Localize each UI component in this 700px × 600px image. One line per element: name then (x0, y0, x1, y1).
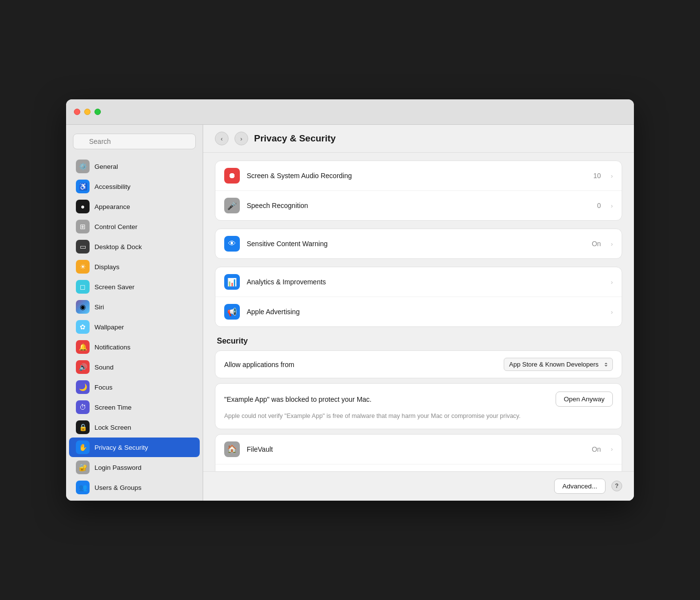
sidebar-icon-screen-saver: ◻ (76, 280, 90, 294)
sidebar-label-screen-saver: Screen Saver (94, 283, 135, 291)
open-anyway-button[interactable]: Open Anyway (556, 392, 613, 407)
sidebar-icon-lock-screen: 🔒 (76, 420, 90, 434)
sidebar-item-focus[interactable]: 🌙Focus (69, 377, 200, 397)
sidebar-item-control-center[interactable]: ⊞Control Center (69, 217, 200, 236)
sidebar-icon-wallpaper: ✿ (76, 320, 90, 334)
sidebar-icon-users-groups: 👥 (76, 481, 90, 494)
sidebar-icon-login-password: 🔐 (76, 461, 90, 474)
sidebar-icon-control-center: ⊞ (76, 220, 90, 233)
content-area: 🔍 ⚙️General♿Accessibility●Appearance⊞Con… (66, 125, 634, 501)
sidebar-label-users-groups: Users & Groups (94, 484, 141, 491)
sidebar-label-login-password: Login Password (94, 464, 141, 471)
analytics-row[interactable]: 📊 Analytics & Improvements › (215, 267, 622, 297)
advertising-row[interactable]: 📢 Apple Advertising › (215, 297, 622, 326)
analytics-icon: 📊 (224, 274, 240, 290)
sidebar: 🔍 ⚙️General♿Accessibility●Appearance⊞Con… (66, 125, 203, 501)
analytics-advertising-card: 📊 Analytics & Improvements › 📢 Apple Adv… (215, 267, 622, 327)
filevault-row[interactable]: 🏠 FileVault On › (215, 435, 622, 464)
sidebar-item-displays[interactable]: ☀Displays (69, 257, 200, 277)
sidebar-item-general[interactable]: ⚙️General (69, 157, 200, 176)
blocked-app-card: "Example App" was blocked to protect you… (215, 383, 622, 429)
sidebar-icon-privacy-security: ✋ (76, 440, 90, 454)
screen-audio-label: Screen & System Audio Recording (247, 172, 586, 180)
sidebar-icon-desktop-dock: ▭ (76, 240, 90, 254)
sidebar-item-desktop-dock[interactable]: ▭Desktop & Dock (69, 237, 200, 256)
allow-apps-select[interactable]: App Store & Known Developers (504, 358, 613, 371)
blocked-app-message: "Example App" was blocked to protect you… (224, 395, 556, 403)
security-heading: Security (215, 337, 622, 346)
search-wrapper: 🔍 (73, 134, 196, 149)
sidebar-icon-notifications: 🔔 (76, 340, 90, 354)
screen-audio-icon: ⏺ (224, 168, 240, 184)
analytics-chevron: › (611, 278, 613, 286)
sidebar-icon-focus: 🌙 (76, 380, 90, 394)
sidebar-label-sound: Sound (94, 364, 114, 371)
sidebar-label-appearance: Appearance (94, 203, 130, 210)
sidebar-item-screen-saver[interactable]: ◻Screen Saver (69, 277, 200, 297)
screen-audio-row[interactable]: ⏺ Screen & System Audio Recording 10 › (215, 161, 622, 191)
sidebar-icon-sound: 🔊 (76, 360, 90, 374)
main-content: ‹ › Privacy & Security ⏺ Screen & System… (203, 125, 634, 501)
sidebar-label-notifications: Notifications (94, 344, 131, 351)
speech-recognition-icon: 🎤 (224, 198, 240, 213)
help-button[interactable]: ? (611, 481, 622, 492)
advanced-button[interactable]: Advanced... (554, 479, 606, 494)
privacy-rows-card: ⏺ Screen & System Audio Recording 10 › 🎤… (215, 161, 622, 221)
filevault-value: On (592, 445, 601, 453)
sidebar-item-accessibility[interactable]: ♿Accessibility (69, 177, 200, 196)
sidebar-item-sound[interactable]: 🔊Sound (69, 357, 200, 377)
sensitive-content-value: On (592, 240, 601, 248)
sidebar-item-screen-time[interactable]: ⏱Screen Time (69, 397, 200, 417)
bottom-bar: Advanced... ? (203, 471, 634, 501)
maximize-button[interactable] (94, 109, 101, 115)
sidebar-items-container: ⚙️General♿Accessibility●Appearance⊞Contr… (66, 156, 203, 498)
main-body: ⏺ Screen & System Audio Recording 10 › 🎤… (203, 161, 634, 501)
close-button[interactable] (74, 109, 80, 115)
speech-recognition-value: 0 (597, 202, 601, 209)
speech-recognition-chevron: › (611, 202, 613, 209)
filevault-icon: 🏠 (224, 441, 240, 457)
back-button[interactable]: ‹ (215, 132, 229, 145)
sidebar-item-siri[interactable]: ◉Siri (69, 297, 200, 317)
sidebar-icon-general: ⚙️ (76, 160, 90, 173)
main-header: ‹ › Privacy & Security (203, 125, 634, 153)
screen-audio-chevron: › (611, 172, 613, 180)
sidebar-label-siri: Siri (94, 303, 104, 311)
titlebar (66, 99, 634, 125)
sensitive-content-card: 👁 Sensitive Content Warning On › (215, 229, 622, 259)
sidebar-icon-appearance: ● (76, 200, 90, 213)
filevault-label: FileVault (247, 445, 585, 453)
sidebar-item-notifications[interactable]: 🔔Notifications (69, 337, 200, 357)
sidebar-item-users-groups[interactable]: 👥Users & Groups (69, 478, 200, 497)
forward-button[interactable]: › (234, 132, 248, 145)
sidebar-label-displays: Displays (94, 263, 119, 271)
sidebar-label-wallpaper: Wallpaper (94, 323, 124, 331)
search-input[interactable] (73, 134, 196, 149)
sidebar-label-privacy-security: Privacy & Security (94, 444, 148, 451)
sidebar-item-wallpaper[interactable]: ✿Wallpaper (69, 317, 200, 337)
sidebar-label-control-center: Control Center (94, 223, 138, 231)
traffic-lights (74, 109, 101, 115)
sidebar-icon-displays: ☀ (76, 260, 90, 274)
advertising-icon: 📢 (224, 304, 240, 320)
sensitive-content-row[interactable]: 👁 Sensitive Content Warning On › (215, 229, 622, 258)
speech-recognition-row[interactable]: 🎤 Speech Recognition 0 › (215, 191, 622, 220)
sidebar-item-lock-screen[interactable]: 🔒Lock Screen (69, 417, 200, 437)
blocked-app-description: Apple could not verify "Example App" is … (224, 412, 613, 421)
sidebar-label-desktop-dock: Desktop & Dock (94, 243, 142, 251)
page-title: Privacy & Security (254, 133, 336, 144)
sidebar-icon-screen-time: ⏱ (76, 400, 90, 414)
sidebar-item-privacy-security[interactable]: ✋Privacy & Security (69, 438, 200, 457)
minimize-button[interactable] (84, 109, 91, 115)
sidebar-item-login-password[interactable]: 🔐Login Password (69, 458, 200, 477)
allow-apps-label: Allow applications from (224, 361, 504, 369)
analytics-label: Analytics & Improvements (247, 278, 604, 286)
advertising-chevron: › (611, 308, 613, 316)
sidebar-label-accessibility: Accessibility (94, 183, 131, 190)
sensitive-content-icon: 👁 (224, 236, 240, 252)
sidebar-label-focus: Focus (94, 384, 113, 391)
sidebar-label-screen-time: Screen Time (94, 404, 132, 411)
sidebar-icon-siri: ◉ (76, 300, 90, 314)
sidebar-item-appearance[interactable]: ●Appearance (69, 197, 200, 216)
sensitive-content-label: Sensitive Content Warning (247, 240, 585, 248)
